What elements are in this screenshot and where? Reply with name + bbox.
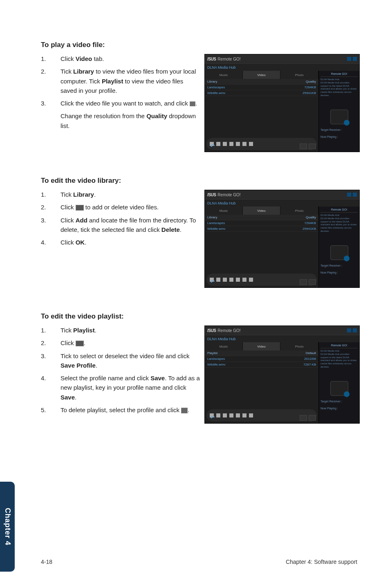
text: Click [61,339,76,346]
text: Click [61,204,76,211]
list-item: 4. Click OK. [41,238,200,247]
bold-text: Quality [146,112,167,119]
next-icon [242,413,247,417]
text: Tick to select or deselect the video fil… [61,352,189,359]
list-number: 4. [41,238,61,247]
text: To delete playlist, select the profile a… [61,406,181,413]
next-icon [242,278,247,282]
list-item: 2. Click . [41,338,200,348]
section3-list: 1. Tick Playlist. 2. Click . 3. Tick to … [41,325,200,415]
tab-music: Music [205,342,243,350]
target-receiver-label: Target Receiver : [321,128,358,131]
bold-text: Delete [161,226,180,233]
target-receiver-label: Target Receiver : [321,400,358,403]
text: Click the video file you want to watch, … [61,100,190,107]
minimize-icon [347,57,351,61]
edit-icon [76,341,84,346]
list-number: 5. [41,405,61,415]
text: . [85,239,86,246]
page-footer: 4-18 Chapter 4: Software support [41,559,357,565]
table-row: Wildlife.wmv25941KB [205,90,318,96]
list-number: 1. [41,190,61,199]
section2-heading: To edit the video library: [41,177,357,185]
bold-text: Playlist [102,78,123,85]
bold-text: Playlist [73,327,95,334]
text: . [84,339,85,346]
text: Change the resolution from the [61,112,146,119]
monitor-icon [330,110,348,124]
text: . [96,362,97,369]
side-heading: DLNA Media Hub [321,78,358,81]
window-title: Remote GO! [217,328,240,333]
bold-text: Add [76,217,87,224]
cell: Playlist [207,351,296,355]
list-item: 3. Click the video file you want to watc… [41,99,200,108]
list-number: 4. [41,373,61,402]
list-number: 3. [41,215,61,235]
text: Click [61,217,76,224]
list-number: 1. [41,54,61,63]
edit-icon [300,144,307,149]
media-tabs: Music Video Photo [205,71,318,79]
volume-icon [249,142,253,146]
list-number: 3. [41,351,61,370]
cell: Landscapes [207,85,296,89]
side-heading: DLNA Media Hub [321,214,358,217]
chapter-tab: Chapter 4 [0,482,15,572]
table-row: Landscapes7284KB [205,85,318,90]
dlna-label: DLNA Media Hub [207,65,236,70]
close-icon [353,193,357,197]
table-row: Landscapes7284KB [205,220,318,226]
fullscreen-icon [309,415,316,421]
monitor-icon [330,381,348,396]
list-item: 4. Select the profile name and click Sav… [41,373,200,402]
bold-text: Save Profile [61,362,96,369]
volume-icon [249,413,253,417]
cell: 25941KB [296,227,316,231]
play-icon [229,413,233,417]
brand-logo: /SUS [207,193,216,197]
window-buttons [347,328,357,332]
text: . [195,100,197,107]
stop-icon [236,142,240,146]
side-panel: Remote GO! DLNA Media Hub DLNA Media Hub… [318,342,359,423]
list-item: 1. Click Video tab. [41,54,200,63]
tab-music: Music [205,206,243,215]
list-item: 1. Tick Library. [41,190,200,199]
play-icon [229,142,233,146]
prev-icon [223,278,227,282]
tab-video: Video [243,206,281,215]
section1-list: 1. Click Video tab. 2. Tick Library to v… [41,54,200,108]
text: Select the profile name and click [61,375,150,382]
cell: Wildlife.wmv [207,227,296,231]
sub-titlebar: DLNA Media Hub [205,335,359,342]
sub-titlebar: DLNA Media Hub [205,199,359,206]
minimize-icon [347,193,351,197]
cell: 7284KB [296,221,316,225]
bold-text: Library [73,68,94,75]
side-description: DLNA Media Hub provides support to the l… [321,353,358,369]
screenshot-2: /SUS Remote GO! DLNA Media Hub Music Vid… [204,190,360,288]
cell: Quality [296,215,316,219]
edit-icon [76,205,84,211]
text: . [188,406,189,413]
tab-music: Music [205,71,243,79]
table-row: Wildlife.wmv7287 KB [205,362,318,368]
text: . [95,327,96,334]
side-title: Remote GO! [321,208,358,213]
screenshot-3: /SUS Remote GO! DLNA Media Hub Music Vid… [204,325,360,424]
play-icon [190,101,195,106]
brand-logo: /SUS [207,57,216,61]
prev-icon [223,142,227,146]
minimize-icon [347,328,351,332]
sub-titlebar: DLNA Media Hub [205,63,359,71]
page-number: 4-18 [41,559,52,565]
list-item: 3. Click Add and locate the file from th… [41,215,200,235]
window-title: Remote GO! [217,57,240,61]
now-playing-label: Now Playing : [321,271,358,274]
bold-text: OK [76,239,85,246]
next-icon [242,142,247,146]
now-playing-label: Now Playing : [321,135,358,138]
cell: Wildlife.wmv [207,91,296,95]
bold-text: Save [150,375,165,382]
